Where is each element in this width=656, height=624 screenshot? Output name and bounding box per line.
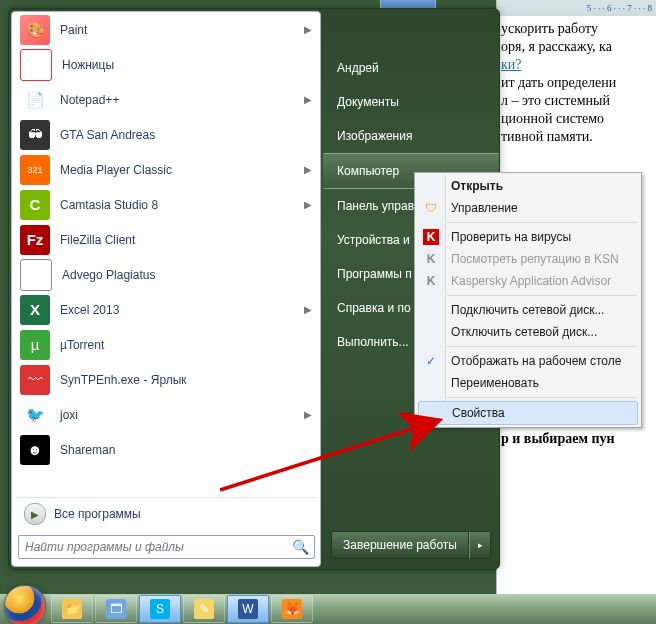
taskbar-skype[interactable]: S: [139, 595, 181, 623]
search-bar: 🔍: [18, 534, 314, 560]
right-item-label: Изображения: [337, 129, 412, 143]
right-item-1[interactable]: Документы: [323, 85, 499, 119]
ctx-item-label: Посмотреть репутацию в KSN: [451, 252, 619, 266]
right-item-label: Андрей: [337, 61, 379, 75]
ctx-item-4: KПосмотреть репутацию в KSN: [417, 248, 639, 270]
notepadpp-icon: 📄: [20, 85, 50, 115]
taskbar-explorer[interactable]: 📁: [51, 595, 93, 623]
doc-text: тивной памяти.: [501, 129, 593, 144]
app-item-camtasia[interactable]: CCamtasia Studio 8▶: [12, 187, 320, 222]
doc-text: р и выбираем пун: [501, 430, 652, 448]
app-label: Media Player Classic: [60, 163, 304, 177]
app-label: Paint: [60, 23, 304, 37]
app-item-joxi[interactable]: 🐦joxi▶: [12, 397, 320, 432]
kaspersky-icon: K: [423, 229, 439, 245]
doc-text: ит дать определени: [501, 75, 616, 90]
screen: 5 · · · 6 · · · 7 · · · 8 ускорить работ…: [0, 0, 656, 624]
pinned-apps-list: 🎨Paint▶✂Ножницы📄Notepad++▶🕶GTA San Andre…: [12, 12, 320, 497]
right-item-2[interactable]: Изображения: [323, 119, 499, 153]
search-input[interactable]: [18, 535, 315, 559]
paint-icon: 🎨: [20, 15, 50, 45]
app-item-syntp[interactable]: 〰SynTPEnh.exe - Ярлык: [12, 362, 320, 397]
ctx-item-label: Открыть: [451, 179, 503, 193]
app-item-mpc[interactable]: 321Media Player Classic▶: [12, 152, 320, 187]
app-label: joxi: [60, 408, 304, 422]
shutdown-options-button[interactable]: ▸: [469, 531, 491, 559]
app-label: Advego Plagiatus: [62, 268, 312, 282]
ctx-item-label: Свойства: [452, 406, 505, 420]
doc-text: оря, я расскажу, ка: [501, 39, 612, 54]
search-icon[interactable]: 🔍: [286, 535, 314, 559]
app-label: Camtasia Studio 8: [60, 198, 304, 212]
ksn-icon: K: [423, 251, 439, 267]
right-item-label: Программы п: [337, 267, 412, 281]
ctx-item-7[interactable]: Подключить сетевой диск...: [417, 299, 639, 321]
app-label: FileZilla Client: [60, 233, 312, 247]
ctx-item-label: Отображать на рабочем столе: [451, 354, 621, 368]
shutdown-button[interactable]: Завершение работы ▸: [331, 531, 491, 559]
camtasia-icon: C: [20, 190, 50, 220]
app-label: Ножницы: [62, 58, 312, 72]
ctx-item-8[interactable]: Отключить сетевой диск...: [417, 321, 639, 343]
separator: [447, 295, 637, 296]
taskbar-firefox[interactable]: 🦊: [271, 595, 313, 623]
ctx-item-11[interactable]: Переименовать: [417, 372, 639, 394]
taskbar-sticky[interactable]: ✎: [183, 595, 225, 623]
taskbar: 📁🗔S✎W🦊: [0, 594, 656, 624]
taskbar-word[interactable]: W: [227, 595, 269, 623]
ctx-item-0[interactable]: Открыть: [417, 175, 639, 197]
sticky-icon: ✎: [194, 599, 214, 619]
library-icon: 🗔: [106, 599, 126, 619]
right-item-label: Устройства и: [337, 233, 410, 247]
doc-link[interactable]: ки?: [501, 57, 522, 72]
app-label: Excel 2013: [60, 303, 304, 317]
ctx-item-3[interactable]: KПроверить на вирусы: [417, 226, 639, 248]
chevron-right-icon: ▶: [304, 409, 312, 420]
app-item-shareman[interactable]: ☻Shareman: [12, 432, 320, 467]
all-programs[interactable]: ▶ Все программы: [12, 498, 320, 530]
all-programs-label: Все программы: [54, 507, 141, 521]
right-item-label: Документы: [337, 95, 399, 109]
ruler: 5 · · · 6 · · · 7 · · · 8: [497, 0, 656, 16]
ctx-item-1[interactable]: 🛡Управление: [417, 197, 639, 219]
filezilla-icon: Fz: [20, 225, 50, 255]
chevron-right-icon: ▶: [24, 503, 46, 525]
advego-icon: A: [20, 259, 52, 291]
joxi-icon: 🐦: [20, 400, 50, 430]
app-item-filezilla[interactable]: FzFileZilla Client: [12, 222, 320, 257]
ctx-item-label: Управление: [451, 201, 518, 215]
app-item-excel[interactable]: XExcel 2013▶: [12, 292, 320, 327]
right-item-label: Панель управ: [337, 199, 414, 213]
kaa-icon: K: [423, 273, 439, 289]
word-icon: W: [238, 599, 258, 619]
app-label: µTorrent: [60, 338, 312, 352]
ctx-item-10[interactable]: ✓Отображать на рабочем столе: [417, 350, 639, 372]
ctx-item-label: Отключить сетевой диск...: [451, 325, 597, 339]
ctx-item-label: Kaspersky Application Advisor: [451, 274, 611, 288]
doc-text: ускорить работу: [501, 21, 598, 36]
shareman-icon: ☻: [20, 435, 50, 465]
right-item-0[interactable]: Андрей: [323, 51, 499, 85]
utorrent-icon: µ: [20, 330, 50, 360]
right-item-label: Справка и по: [337, 301, 411, 315]
firefox-icon: 🦊: [282, 599, 302, 619]
shield-icon: 🛡: [423, 200, 439, 216]
app-item-utorrent[interactable]: µµTorrent: [12, 327, 320, 362]
ctx-item-label: Переименовать: [451, 376, 539, 390]
separator: [447, 346, 637, 347]
app-item-scissors[interactable]: ✂Ножницы: [12, 47, 320, 82]
ctx-item-13[interactable]: Свойства: [418, 401, 638, 425]
start-orb[interactable]: [4, 585, 46, 624]
ctx-item-label: Проверить на вирусы: [451, 230, 571, 244]
separator: [447, 397, 637, 398]
app-item-notepadpp[interactable]: 📄Notepad++▶: [12, 82, 320, 117]
doc-text: л – это системный: [501, 93, 610, 108]
app-item-advego[interactable]: AAdvego Plagiatus: [12, 257, 320, 292]
app-item-gta[interactable]: 🕶GTA San Andreas: [12, 117, 320, 152]
shutdown-label: Завершение работы: [331, 531, 469, 559]
gta-icon: 🕶: [20, 120, 50, 150]
app-item-paint[interactable]: 🎨Paint▶: [12, 12, 320, 47]
mpc-icon: 321: [20, 155, 50, 185]
context-menu: Открыть🛡УправлениеKПроверить на вирусыKП…: [414, 172, 642, 428]
taskbar-library[interactable]: 🗔: [95, 595, 137, 623]
